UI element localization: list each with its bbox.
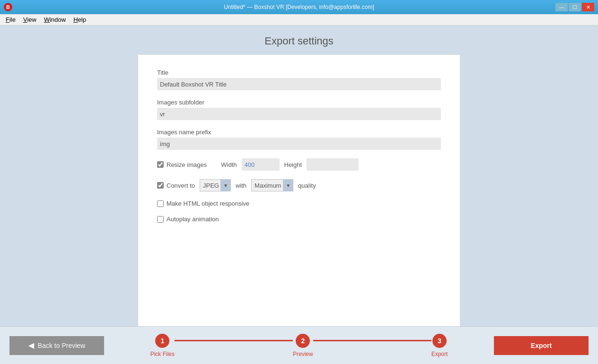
quality-select[interactable]: Maximum High Medium Low (251, 179, 293, 191)
subfolder-label: Images subfolder (157, 99, 441, 106)
page-header: Export settings (0, 26, 598, 55)
back-to-preview-button[interactable]: ◀ Back to Preview (9, 336, 104, 355)
menu-file[interactable]: File (2, 15, 19, 24)
step-2-label: Preview (293, 351, 313, 357)
step-1: 1 Pick Files (150, 334, 175, 357)
close-button[interactable]: ✕ (582, 3, 594, 11)
minimize-button[interactable]: — (555, 3, 568, 11)
step-2: 2 Preview (293, 334, 313, 357)
back-arrow-icon: ◀ (28, 341, 34, 350)
svg-text:B: B (6, 4, 10, 10)
menu-window[interactable]: Window (40, 15, 70, 24)
export-btn-label: Export (531, 342, 552, 349)
resize-checkbox[interactable] (157, 161, 164, 168)
responsive-checkbox-wrapper: Make HTML object responsive (157, 200, 249, 207)
autoplay-label: Autoplay animation (167, 216, 219, 223)
quality-select-wrapper: Maximum High Medium Low ▼ (251, 179, 293, 191)
height-input[interactable] (307, 158, 359, 171)
title-group: Title (157, 69, 441, 90)
step-1-label: Pick Files (150, 351, 175, 357)
step-3-circle: 3 (432, 334, 447, 348)
width-input[interactable] (242, 158, 280, 171)
main-content: Export settings Title Images subfolder I… (0, 26, 598, 326)
resize-row: Resize images Width Height (157, 158, 441, 171)
title-input[interactable] (157, 78, 441, 90)
height-label: Height (284, 161, 302, 168)
title-bar-left: B (4, 3, 12, 11)
step-line-1-2 (175, 340, 293, 341)
page-title: Export settings (0, 35, 598, 47)
step-line-2-3 (313, 340, 431, 341)
export-button[interactable]: Export (494, 336, 589, 355)
menu-view[interactable]: View (19, 15, 40, 24)
autoplay-checkbox[interactable] (157, 216, 164, 223)
title-bar-title: Untitled* — Boxshot VR [Developers, info… (224, 4, 374, 10)
convert-checkbox[interactable] (157, 182, 164, 189)
step-2-circle: 2 (296, 334, 310, 348)
jpeg-select-wrapper: JPEG PNG GIF ▼ (200, 179, 231, 191)
steps-container: 1 Pick Files 2 Preview 3 Export (104, 334, 494, 357)
resize-checkbox-wrapper: Resize images (157, 161, 207, 168)
prefix-label: Images name prefix (157, 129, 441, 136)
convert-checkbox-wrapper: Convert to (157, 182, 195, 189)
app-icon: B (4, 3, 12, 11)
with-label: with (236, 182, 246, 189)
subfolder-input[interactable] (157, 108, 441, 120)
footer: ◀ Back to Preview 1 Pick Files 2 Preview… (0, 326, 598, 364)
menu-bar: File View Window Help (0, 14, 598, 26)
responsive-label: Make HTML object responsive (167, 200, 249, 207)
prefix-group: Images name prefix (157, 129, 441, 150)
quality-label: quality (298, 182, 316, 189)
responsive-row: Make HTML object responsive (157, 200, 441, 207)
convert-label: Convert to (167, 182, 195, 189)
resize-label: Resize images (167, 161, 207, 168)
jpeg-select[interactable]: JPEG PNG GIF (200, 179, 231, 191)
window-controls: — ☐ ✕ (555, 3, 594, 11)
step-1-circle: 1 (155, 334, 169, 348)
autoplay-checkbox-wrapper: Autoplay animation (157, 216, 219, 223)
step-3: 3 Export (431, 334, 448, 357)
content-area: Title Images subfolder Images name prefi… (0, 55, 598, 326)
menu-help[interactable]: Help (70, 15, 90, 24)
prefix-input[interactable] (157, 138, 441, 150)
width-label: Width (221, 161, 237, 168)
back-btn-label: Back to Preview (38, 342, 85, 349)
responsive-checkbox[interactable] (157, 200, 164, 207)
title-label: Title (157, 69, 441, 76)
step-3-label: Export (431, 351, 448, 357)
maximize-button[interactable]: ☐ (569, 3, 581, 11)
convert-row: Convert to JPEG PNG GIF ▼ with Maximum H… (157, 179, 441, 191)
title-bar: B Untitled* — Boxshot VR [Developers, in… (0, 0, 598, 14)
settings-panel: Title Images subfolder Images name prefi… (138, 55, 460, 326)
autoplay-row: Autoplay animation (157, 216, 441, 223)
subfolder-group: Images subfolder (157, 99, 441, 120)
